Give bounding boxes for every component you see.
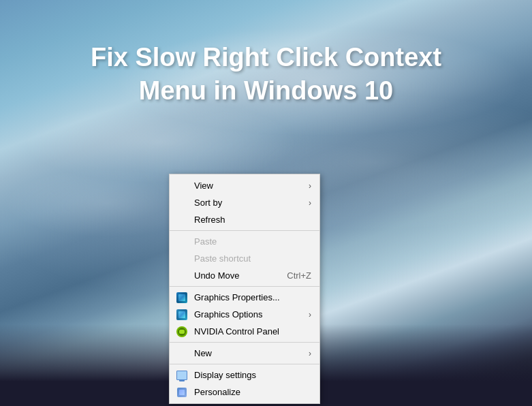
menu-item-display-settings-label: Display settings [194,370,256,380]
menu-item-new[interactable]: New › [170,345,319,362]
menu-item-view-label: View [194,181,213,191]
menu-item-graphics-options[interactable]: Graphics Options › [170,306,319,323]
menu-item-paste-shortcut: Paste shortcut [170,250,319,267]
menu-item-refresh[interactable]: Refresh [170,211,319,228]
personalize-icon [175,386,189,399]
undo-move-shortcut: Ctrl+Z [287,270,311,281]
menu-item-graphics-properties-label: Graphics Properties... [194,292,280,302]
submenu-arrow-graphics-options: › [309,310,311,319]
graphics-props-icon [175,291,189,304]
display-settings-icon [175,369,189,382]
menu-item-paste-label: Paste [194,236,217,247]
menu-item-undo-move-label: Undo Move [194,270,239,281]
menu-item-sort-by[interactable]: Sort by › [170,194,319,211]
separator-3 [170,342,319,343]
separator-2 [170,286,319,287]
menu-item-nvidia-label: NVIDIA Control Panel [194,326,279,337]
separator-4 [170,364,319,364]
context-menu: View › Sort by › Refresh Paste Paste sho… [169,174,320,404]
menu-item-sort-by-label: Sort by [194,198,222,208]
separator-1 [170,230,319,231]
title-line1: Fix Slow Right Click Context [91,43,441,72]
nvidia-icon [175,325,189,339]
menu-item-graphics-properties[interactable]: Graphics Properties... [170,289,319,306]
menu-item-paste-shortcut-label: Paste shortcut [194,253,251,264]
menu-item-personalize-label: Personalize [194,387,240,397]
menu-item-new-label: New [194,348,212,358]
menu-item-graphics-options-label: Graphics Options [194,309,262,319]
menu-item-paste: Paste [170,233,319,250]
menu-item-refresh-label: Refresh [194,215,225,225]
graphics-options-icon [175,308,189,322]
submenu-arrow-sort-by: › [309,198,311,208]
menu-item-undo-move[interactable]: Undo Move Ctrl+Z [170,267,319,284]
title-line2: Menu in Windows 10 [139,76,393,105]
submenu-arrow-new: › [309,349,311,358]
article-title: Fix Slow Right Click Context Menu in Win… [0,41,532,108]
menu-item-display-settings[interactable]: Display settings [170,366,319,384]
menu-item-personalize[interactable]: Personalize [170,384,319,401]
menu-item-view[interactable]: View › [170,177,319,194]
submenu-arrow-view: › [309,181,311,191]
menu-item-nvidia-control-panel[interactable]: NVIDIA Control Panel [170,323,319,340]
